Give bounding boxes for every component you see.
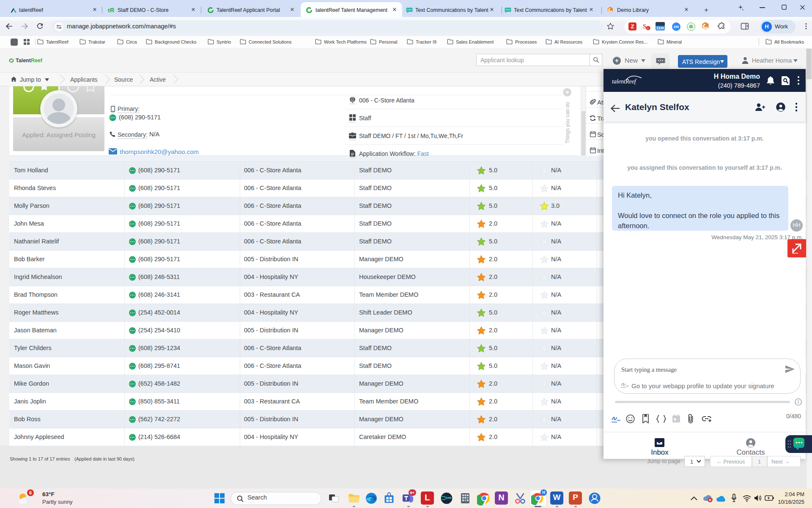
svg-text:R: R	[110, 7, 114, 14]
svg-text:S: S	[643, 23, 646, 30]
svg-text:!: !	[647, 27, 649, 30]
